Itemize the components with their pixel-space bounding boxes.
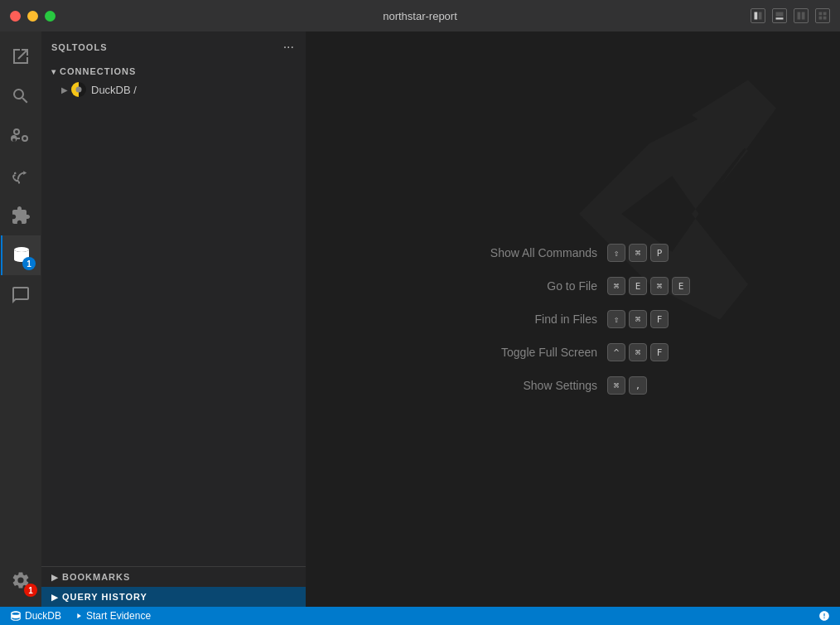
customize-layout-icon[interactable] xyxy=(815,8,830,23)
shortcut-keys-commands: ⇧ ⌘ P xyxy=(607,244,669,262)
main-area: 1 1 SQLTOOLS ··· ▾ CONNECTIONS xyxy=(0,31,840,607)
database-badge: 1 xyxy=(22,257,36,270)
shortcut-row-file: Go to File ⌘ E ⌘ E xyxy=(456,277,690,295)
key-cmd-4: ⌘ xyxy=(629,343,647,361)
sidebar: SQLTOOLS ··· ▾ CONNECTIONS ▶ DuckDB / xyxy=(41,31,307,607)
shortcut-keys-fullscreen: ^ ⌘ F xyxy=(607,343,669,361)
svg-rect-3 xyxy=(776,17,784,19)
activity-bar: 1 1 xyxy=(0,31,41,607)
key-cmd: ⌘ xyxy=(629,244,647,262)
status-db-label: DuckDB xyxy=(25,610,61,622)
svg-point-10 xyxy=(14,247,29,252)
sidebar-title: SQLTOOLS xyxy=(51,42,108,52)
activity-bar-bottom: 1 xyxy=(1,560,41,607)
sidebar-header: SQLTOOLS ··· xyxy=(41,31,306,63)
duckdb-chevron-icon: ▶ xyxy=(61,85,68,94)
svg-rect-5 xyxy=(802,12,805,20)
shortcut-label-commands: Show All Commands xyxy=(456,246,597,259)
duckdb-icon xyxy=(71,82,86,97)
shortcut-label-fullscreen: Toggle Full Screen xyxy=(456,346,597,359)
shortcut-row-commands: Show All Commands ⇧ ⌘ P xyxy=(456,244,690,262)
shortcut-label-find: Find in Files xyxy=(456,312,597,326)
status-left: DuckDB Start Evidence xyxy=(7,610,154,622)
close-button[interactable] xyxy=(10,11,21,22)
duckdb-label: DuckDB / xyxy=(91,84,137,96)
key-cmd-3: ⌘ xyxy=(629,310,647,328)
activity-item-extensions[interactable] xyxy=(1,196,41,235)
status-right xyxy=(815,610,833,622)
connections-section-header[interactable]: ▾ CONNECTIONS xyxy=(41,63,306,80)
bottom-sections: ▶ BOOKMARKS ▶ QUERY HISTORY xyxy=(41,566,306,607)
title-bar: northstar-report xyxy=(0,0,840,31)
key-ctrl: ^ xyxy=(607,343,625,361)
activity-item-run-debug[interactable] xyxy=(1,156,41,196)
activity-item-comments[interactable] xyxy=(1,275,41,315)
error-icon xyxy=(818,610,830,622)
query-history-label: QUERY HISTORY xyxy=(62,592,147,602)
bookmarks-label: BOOKMARKS xyxy=(62,572,130,582)
key-f: F xyxy=(650,310,669,328)
activity-item-explorer[interactable] xyxy=(1,36,41,76)
window-title: northstar-report xyxy=(383,10,457,22)
svg-rect-2 xyxy=(776,12,784,17)
shortcut-row-find: Find in Files ⇧ ⌘ F xyxy=(456,310,690,328)
query-history-section-header[interactable]: ▶ QUERY HISTORY xyxy=(41,587,306,607)
duckdb-connection-item[interactable]: ▶ DuckDB / xyxy=(41,80,306,99)
key-f2: F xyxy=(650,343,669,361)
key-shift-2: ⇧ xyxy=(607,310,625,328)
key-e-1: E xyxy=(629,277,647,295)
sidebar-more-actions[interactable]: ··· xyxy=(282,38,296,56)
window-controls xyxy=(10,11,56,22)
status-start-label: Start Evidence xyxy=(86,610,151,622)
minimize-button[interactable] xyxy=(27,11,38,22)
key-comma: , xyxy=(629,376,647,395)
connections-chevron-icon: ▾ xyxy=(51,67,56,76)
connections-label: CONNECTIONS xyxy=(60,66,136,76)
key-shift: ⇧ xyxy=(607,244,625,262)
activity-item-database[interactable]: 1 xyxy=(1,235,41,275)
status-start-evidence-item[interactable]: Start Evidence xyxy=(71,610,154,622)
sidebar-layout-icon[interactable] xyxy=(751,8,765,23)
svg-rect-6 xyxy=(819,12,823,16)
svg-rect-9 xyxy=(823,17,827,20)
svg-rect-0 xyxy=(755,12,758,20)
shortcuts-container: Show All Commands ⇧ ⌘ P Go to File ⌘ E ⌘… xyxy=(456,244,690,395)
shortcut-keys-find: ⇧ ⌘ F xyxy=(607,310,669,328)
shortcut-keys-file: ⌘ E ⌘ E xyxy=(607,277,690,295)
status-db-item[interactable]: DuckDB xyxy=(7,610,65,622)
activity-item-source-control[interactable] xyxy=(1,116,41,156)
svg-rect-1 xyxy=(759,12,762,20)
key-cmd-1: ⌘ xyxy=(607,277,625,295)
shortcut-label-file: Go to File xyxy=(456,279,597,293)
bookmarks-section-header[interactable]: ▶ BOOKMARKS xyxy=(41,567,306,587)
main-content: Show All Commands ⇧ ⌘ P Go to File ⌘ E ⌘… xyxy=(307,31,840,607)
svg-rect-7 xyxy=(823,12,827,16)
svg-rect-4 xyxy=(798,12,801,20)
sidebar-actions: ··· xyxy=(282,38,296,56)
database-status-icon xyxy=(10,610,22,622)
status-bar: DuckDB Start Evidence xyxy=(0,607,840,625)
shortcut-keys-settings: ⌘ , xyxy=(607,376,647,395)
play-icon xyxy=(75,612,83,620)
key-e-2: E xyxy=(672,277,690,295)
key-cmd-2: ⌘ xyxy=(650,277,669,295)
maximize-button[interactable] xyxy=(45,11,56,22)
activity-item-settings[interactable]: 1 xyxy=(1,560,41,600)
shortcut-row-settings: Show Settings ⌘ , xyxy=(456,376,690,395)
title-bar-icons xyxy=(751,8,830,23)
query-history-chevron-icon: ▶ xyxy=(51,593,59,602)
split-layout-icon[interactable] xyxy=(794,8,809,23)
key-cmd-5: ⌘ xyxy=(607,376,625,395)
shortcut-row-fullscreen: Toggle Full Screen ^ ⌘ F xyxy=(456,343,690,361)
bookmarks-chevron-icon: ▶ xyxy=(51,573,59,582)
svg-rect-8 xyxy=(819,17,823,20)
activity-item-search[interactable] xyxy=(1,76,41,116)
connections-section: ▾ CONNECTIONS ▶ DuckDB / xyxy=(41,63,306,566)
settings-error-badge: 1 xyxy=(24,584,37,597)
shortcut-label-settings: Show Settings xyxy=(456,379,597,392)
key-p: P xyxy=(650,244,669,262)
panel-layout-icon[interactable] xyxy=(772,8,787,23)
status-error-item[interactable] xyxy=(815,610,833,622)
